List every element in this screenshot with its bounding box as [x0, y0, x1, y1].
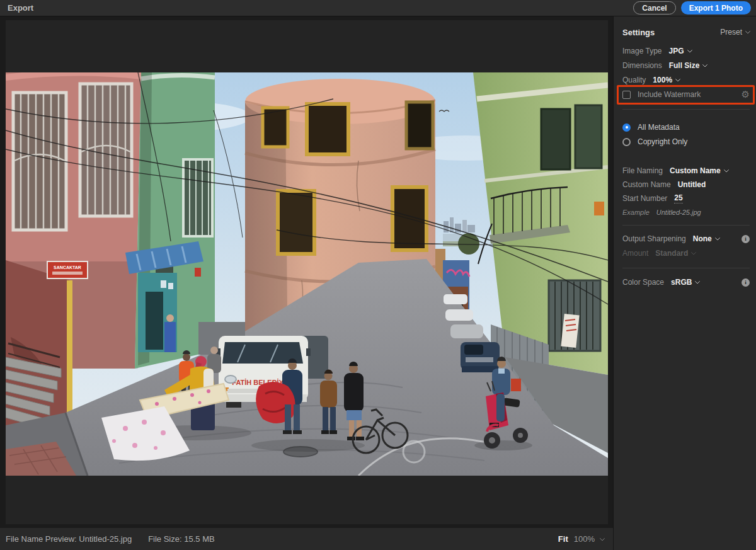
- chevron-down-icon: [695, 278, 700, 284]
- cancel-button[interactable]: Cancel: [633, 1, 675, 14]
- divider: [622, 225, 750, 226]
- street-sign: SANCAKTAR: [47, 261, 88, 278]
- watermark-settings-gear-icon[interactable]: ⚙: [742, 90, 750, 100]
- amount-row: Amount Standard: [622, 248, 750, 259]
- amount-dropdown[interactable]: Standard: [655, 249, 696, 258]
- dimensions-label: Dimensions: [622, 61, 662, 70]
- chevron-down-icon: [723, 167, 728, 172]
- output-sharpening-info-icon[interactable]: i: [742, 235, 750, 243]
- sign-text: SANCAKTAR: [54, 265, 81, 270]
- file-size: File Size: 15.5 MB: [148, 534, 215, 544]
- copyright-only-radio[interactable]: [622, 138, 631, 146]
- preset-dropdown[interactable]: Preset: [720, 28, 750, 37]
- image-type-dropdown[interactable]: JPG: [668, 47, 691, 55]
- color-space-info-icon[interactable]: i: [742, 278, 750, 287]
- chevron-down-icon: [715, 235, 720, 240]
- all-metadata-row: All Metadata: [622, 122, 750, 133]
- file-naming-row: File Naming Custom Name: [622, 165, 750, 176]
- all-metadata-radio[interactable]: [622, 123, 631, 132]
- zoom-level[interactable]: 100%: [574, 534, 595, 544]
- file-name-preview: File Name Preview: Untitled-25.jpg: [6, 534, 132, 544]
- chevron-down-icon: [691, 249, 696, 255]
- copyright-only-row: Copyright Only: [622, 136, 750, 147]
- color-space-label: Color Space: [622, 278, 664, 287]
- photo-preview: SANCAKTAR: [6, 72, 608, 476]
- color-space-row: Color Space sRGB i: [622, 277, 750, 288]
- dimensions-row: Dimensions Full Size: [622, 60, 750, 71]
- titlebar: Export Cancel Export 1 Photo: [0, 0, 756, 16]
- include-watermark-row: Include Watermark ⚙: [622, 89, 750, 100]
- custom-name-input[interactable]: Untitled: [678, 180, 706, 189]
- settings-header: Settings Preset: [622, 26, 750, 38]
- include-watermark-checkbox[interactable]: [622, 91, 631, 99]
- divider: [622, 268, 750, 268]
- chevron-down-icon: [702, 62, 707, 67]
- settings-title: Settings: [622, 28, 655, 37]
- export-dialog: Export Cancel Export 1 Photo: [0, 0, 756, 550]
- output-sharpening-label: Output Sharpening: [622, 234, 686, 243]
- image-type-label: Image Type: [622, 47, 662, 55]
- export-button[interactable]: Export 1 Photo: [681, 1, 751, 14]
- image-type-row: Image Type JPG: [622, 45, 750, 57]
- chevron-down-icon: [745, 28, 750, 33]
- dimensions-dropdown[interactable]: Full Size: [669, 61, 707, 70]
- divider: [622, 109, 750, 110]
- statusbar: File Name Preview: Untitled-25.jpg File …: [0, 528, 613, 550]
- example-value: Untitled-25.jpg: [656, 209, 701, 216]
- include-watermark-label: Include Watermark: [638, 90, 701, 99]
- amount-label: Amount: [622, 249, 648, 258]
- output-sharpening-row: Output Sharpening None i: [622, 233, 750, 244]
- all-metadata-label: All Metadata: [638, 123, 680, 132]
- start-number-input[interactable]: 25: [674, 193, 682, 203]
- file-naming-dropdown[interactable]: Custom Name: [670, 166, 728, 175]
- quality-label: Quality: [622, 76, 646, 84]
- example-row: Example Untitled-25.jpg: [622, 207, 750, 218]
- start-number-label: Start Number: [622, 194, 667, 203]
- example-label: Example: [622, 209, 650, 216]
- fit-label[interactable]: Fit: [558, 534, 568, 544]
- quality-dropdown[interactable]: 100%: [653, 76, 680, 84]
- start-number-row: Start Number 25: [622, 193, 750, 204]
- chevron-down-icon: [675, 76, 680, 81]
- output-sharpening-dropdown[interactable]: None: [693, 234, 719, 243]
- copyright-only-label: Copyright Only: [638, 137, 687, 146]
- titlebar-buttons: Cancel Export 1 Photo: [633, 1, 751, 14]
- dialog-title: Export: [8, 3, 33, 13]
- chevron-down-icon: [687, 47, 692, 52]
- quality-row: Quality 100%: [622, 74, 750, 86]
- settings-sidebar: Settings Preset Image Type JPG Dimension…: [613, 16, 756, 550]
- preview-canvas: SANCAKTAR: [0, 16, 613, 528]
- file-naming-label: File Naming: [622, 166, 663, 175]
- chevron-down-icon[interactable]: [600, 536, 605, 541]
- custom-name-row: Custom Name Untitled: [622, 179, 750, 190]
- custom-name-label: Custom Name: [622, 180, 671, 189]
- zoom-control[interactable]: Fit 100%: [558, 534, 604, 544]
- color-space-dropdown[interactable]: sRGB: [671, 278, 699, 287]
